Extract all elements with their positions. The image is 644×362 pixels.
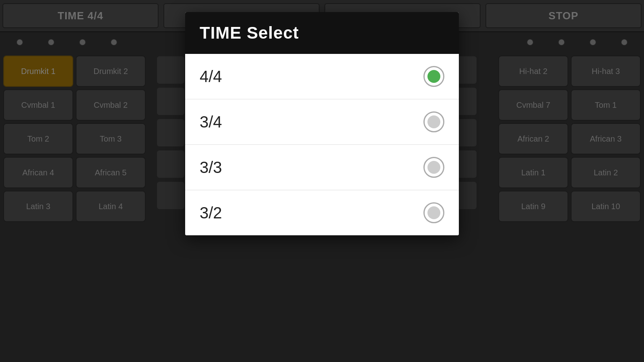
modal-overlay[interactable]: TIME Select 4/4 3/4 3/3	[0, 0, 644, 362]
time-option-3-4[interactable]: 3/4	[185, 99, 459, 145]
radio-inner-3-4	[427, 115, 440, 128]
time-label-3-2: 3/2	[200, 204, 222, 222]
radio-3-3[interactable]	[423, 157, 444, 178]
radio-inner-3-3	[427, 161, 440, 174]
time-select-modal: TIME Select 4/4 3/4 3/3	[185, 12, 459, 235]
time-option-3-2[interactable]: 3/2	[185, 190, 459, 235]
time-label-3-4: 3/4	[200, 113, 222, 131]
modal-body: 4/4 3/4 3/3 3/2	[185, 54, 459, 235]
radio-3-4[interactable]	[423, 111, 444, 132]
radio-4-4[interactable]	[423, 66, 444, 87]
time-label-3-3: 3/3	[200, 158, 222, 177]
time-label-4-4: 4/4	[200, 68, 222, 86]
time-option-3-3[interactable]: 3/3	[185, 145, 459, 190]
radio-3-2[interactable]	[423, 202, 444, 223]
modal-title: TIME Select	[185, 12, 459, 54]
radio-inner-3-2	[427, 206, 440, 219]
radio-inner-4-4	[427, 70, 440, 83]
time-option-4-4[interactable]: 4/4	[185, 54, 459, 99]
